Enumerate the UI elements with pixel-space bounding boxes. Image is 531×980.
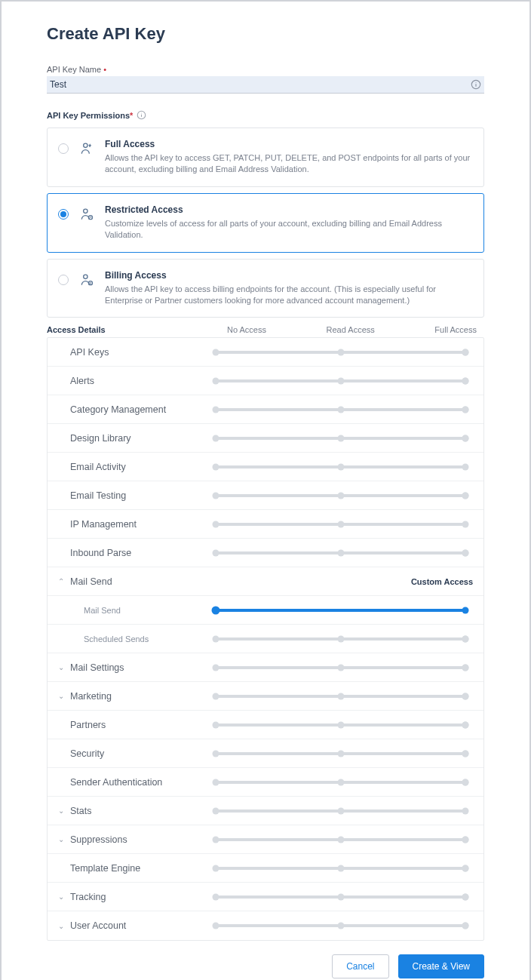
radio-button[interactable] bbox=[58, 143, 69, 154]
access-row: Sender Authentication bbox=[48, 768, 483, 797]
access-row: API Keys bbox=[48, 338, 483, 367]
access-row[interactable]: ⌄Stats bbox=[48, 797, 483, 825]
row-label: User Account bbox=[70, 920, 213, 931]
option-description: Allows the API key to access billing end… bbox=[105, 284, 473, 307]
access-subrow: Mail Send bbox=[48, 596, 483, 625]
user-permission-icon bbox=[79, 207, 94, 222]
chevron-down-icon: ⌄ bbox=[58, 892, 66, 901]
row-label: Mail Send bbox=[70, 606, 213, 615]
access-row[interactable]: ⌄Tracking bbox=[48, 883, 483, 911]
access-details-header: Access Details No Access Read Access Ful… bbox=[47, 325, 484, 334]
access-row: Partners bbox=[48, 711, 483, 739]
access-row: IP Management bbox=[48, 510, 483, 539]
option-title: Restricted Access bbox=[105, 204, 473, 215]
radio-button[interactable] bbox=[58, 275, 69, 285]
permission-option[interactable]: Full AccessAllows the API key to access … bbox=[47, 127, 484, 187]
access-row: Email Activity bbox=[48, 453, 483, 481]
access-slider[interactable] bbox=[213, 695, 473, 698]
row-label: Email Activity bbox=[70, 462, 213, 472]
access-slider[interactable] bbox=[213, 494, 473, 497]
access-row: Template Engine bbox=[48, 854, 483, 883]
access-row: Category Management bbox=[48, 395, 483, 424]
access-row: Alerts bbox=[48, 367, 483, 395]
user-permission-icon bbox=[79, 141, 94, 156]
row-label: API Keys bbox=[70, 347, 213, 358]
option-description: Customize levels of access for all parts… bbox=[105, 218, 473, 241]
svg-point-6 bbox=[84, 143, 87, 147]
page-title: Create API Key bbox=[47, 24, 484, 44]
radio-button[interactable] bbox=[58, 209, 69, 220]
access-slider[interactable] bbox=[213, 609, 473, 612]
api-key-name-input[interactable] bbox=[47, 76, 484, 94]
row-label: Stats bbox=[70, 806, 213, 816]
access-row[interactable]: ⌄Suppressions bbox=[48, 825, 483, 854]
info-icon bbox=[137, 110, 146, 120]
option-title: Billing Access bbox=[105, 270, 473, 281]
chevron-up-icon: ⌃ bbox=[58, 577, 66, 585]
permission-option[interactable]: Restricted AccessCustomize levels of acc… bbox=[47, 193, 484, 253]
row-label: Template Engine bbox=[70, 863, 213, 874]
access-row[interactable]: ⌄Mail Settings bbox=[48, 653, 483, 682]
access-row[interactable]: ⌄User Account bbox=[48, 911, 483, 940]
chevron-down-icon: ⌄ bbox=[58, 835, 66, 843]
access-slider[interactable] bbox=[213, 781, 473, 784]
access-slider[interactable] bbox=[213, 666, 473, 669]
info-icon bbox=[471, 79, 481, 90]
svg-point-9 bbox=[84, 275, 87, 278]
row-label: Email Testing bbox=[70, 490, 213, 501]
permissions-label: API Key Permissions* bbox=[47, 110, 484, 120]
svg-point-5 bbox=[141, 112, 142, 113]
name-label: API Key Name • bbox=[47, 65, 484, 74]
access-slider[interactable] bbox=[213, 465, 473, 468]
row-label: Mail Send bbox=[70, 576, 411, 587]
permission-option[interactable]: $Billing AccessAllows the API key to acc… bbox=[47, 259, 484, 318]
chevron-down-icon: ⌄ bbox=[58, 663, 66, 671]
access-slider[interactable] bbox=[213, 723, 473, 727]
access-row[interactable]: ⌃Mail SendCustom Access bbox=[48, 567, 483, 596]
row-label: Marketing bbox=[70, 691, 213, 702]
row-label: Tracking bbox=[70, 892, 213, 902]
row-label: Partners bbox=[70, 720, 213, 730]
access-slider[interactable] bbox=[213, 551, 473, 555]
custom-access-label: Custom Access bbox=[411, 577, 473, 586]
row-label: Security bbox=[70, 748, 213, 759]
access-slider[interactable] bbox=[213, 523, 473, 526]
option-description: Allows the API key to access GET, PATCH,… bbox=[105, 152, 473, 176]
row-label: IP Management bbox=[70, 519, 213, 530]
user-permission-icon: $ bbox=[79, 272, 94, 287]
access-slider[interactable] bbox=[213, 896, 473, 899]
row-label: Mail Settings bbox=[70, 662, 213, 673]
row-label: Inbound Parse bbox=[70, 548, 213, 558]
chevron-down-icon: ⌄ bbox=[58, 922, 66, 930]
option-title: Full Access bbox=[105, 139, 473, 149]
access-row[interactable]: ⌄Marketing bbox=[48, 682, 483, 711]
cancel-button[interactable]: Cancel bbox=[332, 954, 388, 978]
row-label: Scheduled Sends bbox=[70, 634, 213, 644]
access-slider[interactable] bbox=[213, 379, 473, 382]
chevron-down-icon: ⌄ bbox=[58, 692, 66, 700]
access-slider[interactable] bbox=[213, 408, 473, 411]
access-slider[interactable] bbox=[213, 809, 473, 813]
row-label: Suppressions bbox=[70, 834, 213, 845]
access-row: Design Library bbox=[48, 424, 483, 453]
access-details-table: API KeysAlertsCategory ManagementDesign … bbox=[47, 337, 484, 941]
access-slider[interactable] bbox=[213, 867, 473, 870]
access-row: Inbound Parse bbox=[48, 539, 483, 567]
access-row: Security bbox=[48, 739, 483, 768]
svg-point-7 bbox=[84, 209, 87, 213]
access-slider[interactable] bbox=[213, 924, 473, 927]
access-slider[interactable] bbox=[213, 437, 473, 440]
row-label: Design Library bbox=[70, 433, 213, 444]
create-view-button[interactable]: Create & View bbox=[398, 954, 484, 978]
access-slider[interactable] bbox=[213, 637, 473, 641]
access-slider[interactable] bbox=[213, 752, 473, 755]
svg-point-2 bbox=[475, 82, 476, 83]
access-row: Email Testing bbox=[48, 481, 483, 510]
row-label: Sender Authentication bbox=[70, 777, 213, 788]
access-subrow: Scheduled Sends bbox=[48, 625, 483, 653]
access-slider[interactable] bbox=[213, 838, 473, 841]
chevron-down-icon: ⌄ bbox=[58, 806, 66, 815]
access-slider[interactable] bbox=[213, 351, 473, 354]
row-label: Category Management bbox=[70, 404, 213, 415]
row-label: Alerts bbox=[70, 376, 213, 386]
